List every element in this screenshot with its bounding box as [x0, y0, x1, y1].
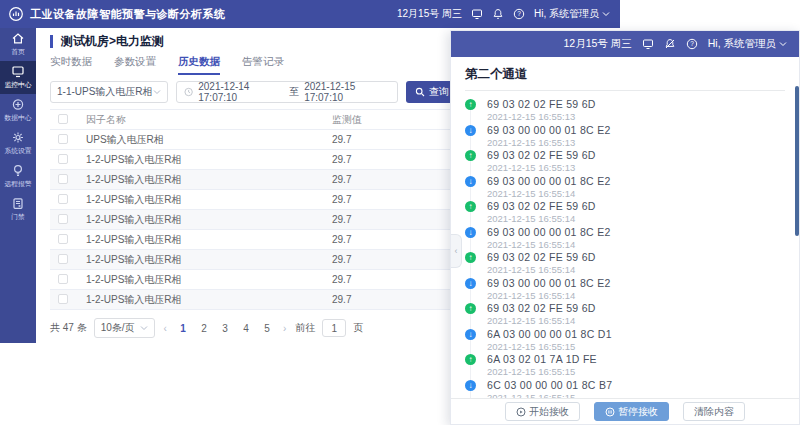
tab-alarm-records[interactable]: 告警记录: [242, 55, 284, 75]
main-topbar: 工业设备故障智能预警与诊断分析系统 12月15号 周三 ? Hi, 系统管理员: [0, 0, 620, 28]
log-entry: 69 03 00 00 00 01 8C E22021-12-15 16:55:…: [465, 175, 785, 201]
date-text: 12月15号 周三: [397, 7, 462, 21]
received-down-arrow-icon: [465, 227, 476, 238]
play-circle-icon: [516, 407, 526, 417]
channel-title: 第二个通道: [465, 57, 785, 91]
goto-suffix: 页: [353, 321, 363, 335]
page-button-2[interactable]: 2: [197, 323, 211, 334]
sidebar-item-data-center[interactable]: 数据中心: [0, 94, 36, 127]
log-entry: 69 03 00 00 00 01 8C E22021-12-15 16:55:…: [465, 124, 785, 150]
date-join: 至: [289, 85, 299, 99]
sent-up-arrow-icon: [465, 252, 476, 263]
sidebar: 首页 监控中心 数据中心 系统设置 远程报警 门禁: [0, 28, 36, 343]
help-circle-icon[interactable]: ?: [513, 8, 525, 20]
select-all-checkbox[interactable]: [58, 114, 68, 124]
channel-panel: 12月15号 周三 ? Hi, 系统管理员 第二个通道 69 03 02 02 …: [450, 30, 800, 425]
svg-text:?: ?: [690, 40, 694, 47]
date-range-input[interactable]: 2021-12-14 17:07:10 至 2021-12-15 17:07:1…: [176, 81, 398, 103]
date-end: 2021-12-15 17:07:10: [304, 81, 390, 103]
row-checkbox[interactable]: [58, 294, 68, 304]
sidebar-item-monitor-center[interactable]: 监控中心: [0, 61, 36, 94]
received-down-arrow-icon: [465, 329, 476, 340]
main-topbar-right: 12月15号 周三 ? Hi, 系统管理员: [397, 7, 610, 21]
clock-icon: [184, 87, 193, 97]
chevron-down-icon: [779, 41, 787, 47]
goto-page-input[interactable]: [322, 319, 346, 337]
row-checkbox[interactable]: [58, 234, 68, 244]
monitor-icon: [11, 65, 25, 78]
data-center-icon: [11, 98, 25, 111]
log-entry: 69 03 02 02 FE 59 6D2021-12-15 16:55:13: [465, 98, 785, 124]
received-down-arrow-icon: [465, 380, 476, 391]
log-entry: 69 03 02 02 FE 59 6D2021-12-15 16:55:14: [465, 251, 785, 277]
next-page-button[interactable]: ›: [281, 323, 288, 334]
clear-content-button[interactable]: 清除内容: [683, 402, 745, 421]
page-button-3[interactable]: 3: [218, 323, 232, 334]
row-checkbox[interactable]: [58, 174, 68, 184]
page-button-4[interactable]: 4: [239, 323, 253, 334]
scrollbar-thumb[interactable]: [795, 86, 799, 236]
tab-parameter-settings[interactable]: 参数设置: [114, 55, 156, 75]
log-entry: 69 03 02 02 FE 59 6D2021-12-15 16:55:13: [465, 149, 785, 175]
message-icon[interactable]: [471, 8, 483, 20]
bell-muted-icon[interactable]: [664, 38, 676, 50]
door-access-icon: [11, 197, 25, 210]
date-start: 2021-12-14 17:07:10: [198, 81, 284, 103]
chevron-down-icon: [153, 89, 161, 95]
log-entry: 6A 03 00 00 00 01 8C D12021-12-15 16:55:…: [465, 328, 785, 354]
goto-label: 前往: [295, 321, 315, 335]
tab-realtime-data[interactable]: 实时数据: [50, 55, 92, 75]
user-name: Hi, 系统管理员: [534, 7, 599, 21]
row-checkbox[interactable]: [58, 134, 68, 144]
svg-text:?: ?: [517, 10, 521, 17]
per-page-select[interactable]: 10条/页: [94, 318, 155, 338]
row-checkbox[interactable]: [58, 194, 68, 204]
log-entry: 69 03 02 02 FE 59 6D2021-12-15 16:55:14: [465, 302, 785, 328]
pause-circle-icon: [605, 407, 615, 417]
help-circle-icon[interactable]: ?: [686, 38, 698, 50]
sent-up-arrow-icon: [465, 201, 476, 212]
app-title: 工业设备故障智能预警与诊断分析系统: [30, 7, 226, 22]
bell-icon[interactable]: [492, 8, 504, 20]
user-menu[interactable]: Hi, 系统管理员: [708, 37, 787, 51]
log-entry: 69 03 00 00 00 01 8C E22021-12-15 16:55:…: [465, 226, 785, 252]
factor-select-value: 1-1-UPS输入电压R相: [57, 85, 153, 99]
received-down-arrow-icon: [465, 278, 476, 289]
chevron-down-icon: [602, 11, 610, 17]
log-entry: 69 03 02 02 FE 59 6D2021-12-15 16:55:14: [465, 200, 785, 226]
sidebar-item-home[interactable]: 首页: [0, 28, 36, 61]
total-count: 共 47 条: [50, 321, 87, 335]
received-down-arrow-icon: [465, 176, 476, 187]
received-down-arrow-icon: [465, 125, 476, 136]
message-icon[interactable]: [642, 38, 654, 50]
pause-receive-button[interactable]: 暂停接收: [594, 402, 669, 421]
user-name: Hi, 系统管理员: [708, 37, 776, 51]
page-button-1[interactable]: 1: [176, 323, 190, 334]
screen: 工业设备故障智能预警与诊断分析系统 12月15号 周三 ? Hi, 系统管理员 …: [0, 0, 800, 425]
log-entry: 6A 03 02 01 7A 1D FE2021-12-15 16:55:15: [465, 353, 785, 379]
start-receive-button[interactable]: 开始接收: [505, 402, 580, 421]
date-text: 12月15号 周三: [563, 37, 631, 51]
row-checkbox[interactable]: [58, 274, 68, 284]
factor-select[interactable]: 1-1-UPS输入电压R相: [50, 81, 168, 103]
row-checkbox[interactable]: [58, 214, 68, 224]
panel-topbar: 12月15号 周三 ? Hi, 系统管理员: [451, 31, 799, 57]
sidebar-item-remote-alarm[interactable]: 远程报警: [0, 160, 36, 193]
gear-icon: [11, 131, 25, 144]
row-checkbox[interactable]: [58, 154, 68, 164]
row-checkbox[interactable]: [58, 254, 68, 264]
panel-collapse-handle[interactable]: ‹: [451, 234, 462, 268]
sidebar-item-system-settings[interactable]: 系统设置: [0, 127, 36, 160]
home-icon: [11, 32, 25, 45]
panel-footer: 开始接收 暂停接收 清除内容: [451, 398, 799, 424]
log-entry: 69 03 00 00 00 01 8C E22021-12-15 16:55:…: [465, 277, 785, 303]
app-logo-icon: [8, 6, 24, 22]
prev-page-button[interactable]: ‹: [162, 323, 169, 334]
sent-up-arrow-icon: [465, 354, 476, 365]
sent-up-arrow-icon: [465, 150, 476, 161]
page-button-5[interactable]: 5: [260, 323, 274, 334]
sent-up-arrow-icon: [465, 303, 476, 314]
tab-history-data[interactable]: 历史数据: [178, 55, 220, 75]
sidebar-item-door-access[interactable]: 门禁: [0, 193, 36, 226]
user-menu[interactable]: Hi, 系统管理员: [534, 7, 610, 21]
